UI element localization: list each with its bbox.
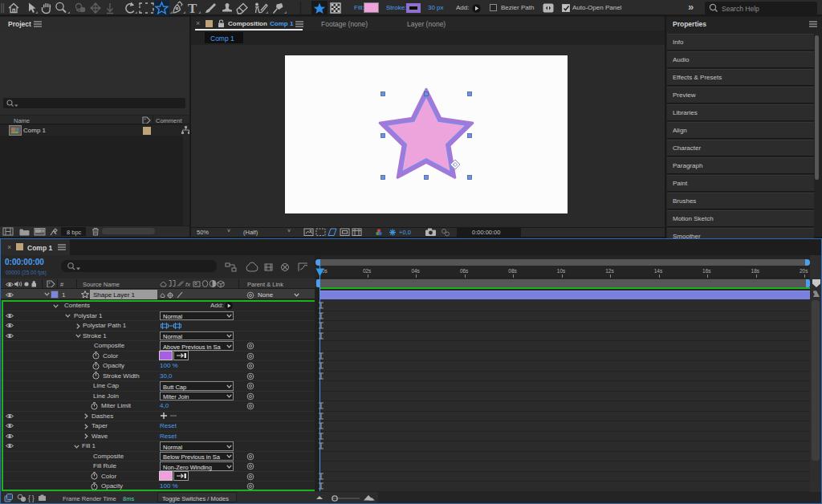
svg-text:fx: fx	[185, 281, 191, 288]
svg-text:T: T	[188, 1, 197, 16]
svg-text:{ }: { }	[28, 494, 35, 502]
